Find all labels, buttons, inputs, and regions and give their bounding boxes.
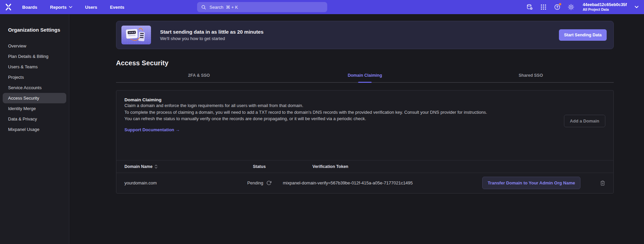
org-id: 44eebad12c65eb0c35f [583,2,627,7]
nav-link-events[interactable]: Events [110,5,124,10]
sidebar-item-plan-details-billing[interactable]: Plan Details & Billing [3,51,66,62]
add-domain-button[interactable]: Add a Domain [564,115,605,127]
notification-dot [559,3,562,6]
banner-illustration [121,26,151,44]
tab-domain-claiming[interactable]: Domain Claiming [282,73,448,82]
sidebar-item-data-privacy[interactable]: Data & Privacy [3,114,66,124]
onboarding-banner: Start sending data in as little as 20 mi… [116,21,614,49]
card-title: Domain Claiming [124,97,605,102]
row-actions: Transfer Domain to Your Admin Org Name [482,177,605,189]
transfer-domain-button[interactable]: Transfer Domain to Your Admin Org Name [482,177,580,189]
search-label: Search [210,5,223,10]
status-cell: Pending [236,180,283,185]
card-description-2: To complete the process of claiming a do… [124,109,506,116]
domains-table: Domain Name Status Verification Token yo… [116,160,613,193]
apps-grid-icon[interactable] [540,4,547,10]
sidebar-item-service-accounts[interactable]: Service Accounts [3,82,66,93]
sidebar-item-identity-merge[interactable]: Identity Merge [3,103,66,114]
help-icon-wrap: ? [554,4,561,10]
sidebar: Organization Settings Overview Plan Deta… [0,14,69,244]
active-tab-underline [358,82,372,83]
card-description-3: You can refresh the status to manually v… [124,115,506,122]
sidebar-item-overview[interactable]: Overview [3,41,66,51]
chevron-down-icon [69,6,72,8]
trash-icon [600,180,605,186]
nav-right: ? 44eebad12c65eb0c35f All Project Data [526,0,639,14]
sidebar-list: Overview Plan Details & Billing Users & … [0,41,69,135]
mixpanel-logo-icon[interactable] [4,3,12,11]
banner-title: Start sending data in as little as 20 mi… [160,29,264,35]
tab-2fa-sso[interactable]: 2FA & SSO [116,73,282,82]
tab-bar: 2FA & SSO Domain Claiming Shared SSO [116,73,614,83]
banner-subtitle: We'll show you how to get started [160,36,264,41]
table-header-row: Domain Name Status Verification Token [116,160,613,173]
table-row: yourdomain.com Pending mixpanel-domain-v… [116,173,613,193]
top-nav: Boards Reports Users Events Search ⌘ + K [0,0,644,14]
sidebar-item-projects[interactable]: Projects [3,72,66,82]
data-management-icon[interactable] [526,4,533,10]
main-area: Start sending data in as little as 20 mi… [70,0,644,194]
card-description-1: Claim a domain and enforce the login req… [124,102,506,109]
nav-link-users[interactable]: Users [85,5,97,10]
svg-text:?: ? [556,5,558,9]
search-input[interactable]: Search ⌘ + K [197,2,327,12]
refresh-status-icon[interactable] [266,180,271,185]
header-status: Status [236,164,283,169]
project-selector[interactable]: 44eebad12c65eb0c35f All Project Data [583,2,627,12]
page-title: Access Security [116,59,614,67]
header-domain-name: Domain Name [124,164,152,169]
nav-link-boards[interactable]: Boards [22,5,37,10]
nav-links: Boards Reports Users Events [22,5,124,10]
sidebar-title: Organization Settings [8,27,69,33]
header-verification-token: Verification Token [283,164,478,169]
delete-domain-button[interactable] [600,180,605,186]
verification-token-cell: mixpanel-domain-verify=567b39be-012f-415… [283,180,478,185]
chevron-down-icon[interactable] [635,6,639,8]
settings-gear-icon[interactable] [568,4,574,10]
start-sending-data-button[interactable]: Start Sending Data [559,29,607,41]
search-icon [201,5,206,10]
domain-claiming-card: Domain Claiming Add a Domain Claim a dom… [116,90,614,194]
sort-icon[interactable] [155,165,157,169]
project-scope: All Project Data [583,7,627,12]
status-badge: Pending [247,180,263,185]
sidebar-item-access-security[interactable]: Access Security [3,93,66,103]
search-shortcut: ⌘ + K [226,5,238,10]
nav-link-reports[interactable]: Reports [50,5,72,10]
domain-name-cell: yourdomain.com [124,180,236,185]
support-documentation-link[interactable]: Support Documentation → [124,127,180,132]
sidebar-item-mixpanel-usage[interactable]: Mixpanel Usage [3,124,66,135]
tab-shared-sso[interactable]: Shared SSO [448,73,614,82]
sidebar-item-users-teams[interactable]: Users & Teams [3,62,66,72]
